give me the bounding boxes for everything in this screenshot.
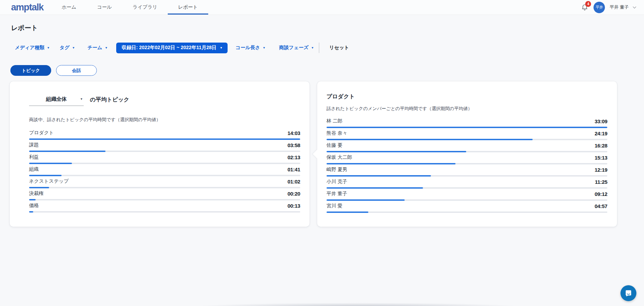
user-name: 平井 董子 [609,4,629,10]
chat-bubble-icon [624,289,633,297]
topic-time: 14:03 [287,130,300,136]
topic-row[interactable]: 価格00:13 [29,202,300,213]
main-menu: ホーム コール ライブラリ レポート [51,0,208,15]
member-row[interactable]: 林 二郎33:09 [326,118,607,128]
tag-filter[interactable]: タグ ▾ [59,45,74,51]
topic-time: 00:20 [287,191,300,197]
call-length-filter[interactable]: コール長さ ▾ [236,45,265,51]
bar-fill [326,127,607,128]
recording-date-filter-label: 収録日: 2022年02月02日 ~ 2022年11月28日 [122,45,217,51]
member-name: 平井 董子 [326,191,347,197]
member-time: 09:12 [595,191,607,197]
media-type-filter-label: メディア種類 [15,45,44,51]
app-screen: amptalk ホーム コール ライブラリ レポート 4 平井 平井 董子 レポ… [0,0,644,306]
bar-track [326,127,607,128]
bar-track [326,163,607,164]
member-name: 小川 克子 [326,179,347,185]
member-row[interactable]: 熊谷 奈々24:19 [326,130,607,140]
bar-fill [326,212,368,213]
member-time: 33:09 [595,118,607,124]
member-time: 24:19 [595,130,607,136]
deal-phase-filter[interactable]: 商談フェーズ ▾ [279,45,313,51]
member-row[interactable]: 嶋野 夏男12:19 [326,166,607,177]
member-time: 04:57 [595,203,607,209]
topic-row[interactable]: 課題03:58 [29,142,300,152]
topic-row[interactable]: ネクストステップ01:02 [29,178,300,188]
bar-fill [29,175,62,176]
member-row[interactable]: 佐藤 要16:28 [326,142,607,152]
chat-widget-button[interactable] [620,285,636,301]
call-length-filter-label: コール長さ [236,45,260,51]
notification-count-badge: 4 [585,1,591,7]
reset-filters-button[interactable]: リセット [329,45,349,51]
bar-track [29,211,300,213]
chevron-down-icon[interactable] [633,5,636,8]
bar-track [326,199,607,201]
bar-fill [29,151,105,152]
chevron-down-icon: ▾ [47,46,49,50]
nav-item-calls[interactable]: コール [87,0,122,15]
member-name: 嶋野 夏男 [326,166,347,173]
bar-track [29,138,300,140]
topic-members-title: プロダクト [326,93,355,100]
member-time: 15:13 [595,155,607,161]
avatar[interactable]: 平井 [594,2,605,13]
topic-row[interactable]: 組織01:41 [29,166,300,176]
topic-row[interactable]: プロダクト14:03 [29,130,300,140]
average-topics-header: 組織全体 ▾ の平均トピック [29,96,129,106]
chevron-down-icon: ▾ [105,46,107,50]
tab-topic[interactable]: トピック [10,65,51,76]
bar-fill [326,199,405,201]
scope-select-value: 組織全体 [46,96,67,102]
bar-fill [29,211,33,213]
member-name: 佐藤 要 [326,142,342,148]
nav-item-home[interactable]: ホーム [51,0,87,15]
topic-rows: プロダクト14:03 課題03:58 利益02:13 組織01:41 ネクストス… [29,130,300,215]
chevron-down-icon: ▾ [73,46,74,50]
topic-time: 03:58 [287,142,300,148]
top-nav: amptalk ホーム コール ライブラリ レポート 4 平井 平井 董子 [0,0,644,15]
average-topics-title: の平均トピック [90,96,129,106]
bar-fill [29,163,72,164]
member-row[interactable]: 平井 董子09:12 [326,191,607,201]
topic-time: 02:13 [287,154,300,160]
topic-row[interactable]: 利益02:13 [29,154,300,164]
bar-fill [29,199,36,200]
team-filter-label: チーム [88,45,102,51]
topic-time: 01:02 [287,179,300,184]
report-tabs: トピック 会話 [10,65,97,76]
chevron-down-icon: ▾ [312,46,313,50]
bar-fill [326,187,423,189]
member-time: 12:19 [595,167,607,173]
topic-label: 課題 [29,142,39,148]
member-row[interactable]: 宮川 愛04:57 [326,203,607,213]
filter-bar: メディア種類 ▾ タグ ▾ チーム ▾ 収録日: 2022年02月02日 ~ 2… [15,42,349,54]
bar-track [326,139,607,140]
bar-track [29,163,300,164]
tab-conversation[interactable]: 会話 [56,65,97,76]
nav-item-reports[interactable]: レポート [168,0,208,15]
notification-bell-button[interactable]: 4 [580,3,589,12]
topic-label: 利益 [29,154,39,160]
chevron-down-icon: ▾ [263,46,265,50]
topic-time: 00:13 [287,203,300,209]
member-row[interactable]: 保坂 大二郎15:13 [326,154,607,164]
amptalk-logo: amptalk [11,2,44,13]
nav-item-library[interactable]: ライブラリ [122,0,168,15]
team-filter[interactable]: チーム ▾ [88,45,107,51]
recording-date-filter-button[interactable]: 収録日: 2022年02月02日 ~ 2022年11月28日 ▾ [116,43,228,53]
media-type-filter[interactable]: メディア種類 ▾ [15,45,49,51]
bar-track [326,187,607,189]
topic-label: 組織 [29,166,39,172]
scope-select[interactable]: 組織全体 ▾ [29,96,84,106]
topic-label: ネクストステップ [29,178,69,184]
member-row[interactable]: 小川 克子11:25 [326,179,607,189]
bar-fill [326,163,456,164]
bar-track [29,187,300,188]
bar-track [29,199,300,200]
bar-fill [326,175,431,177]
bar-track [326,212,607,213]
member-rows: 林 二郎33:09 熊谷 奈々24:19 佐藤 要16:28 保坂 大二郎15:… [326,118,607,215]
topic-row[interactable]: 決裁権00:20 [29,190,300,200]
bar-track [29,175,300,176]
